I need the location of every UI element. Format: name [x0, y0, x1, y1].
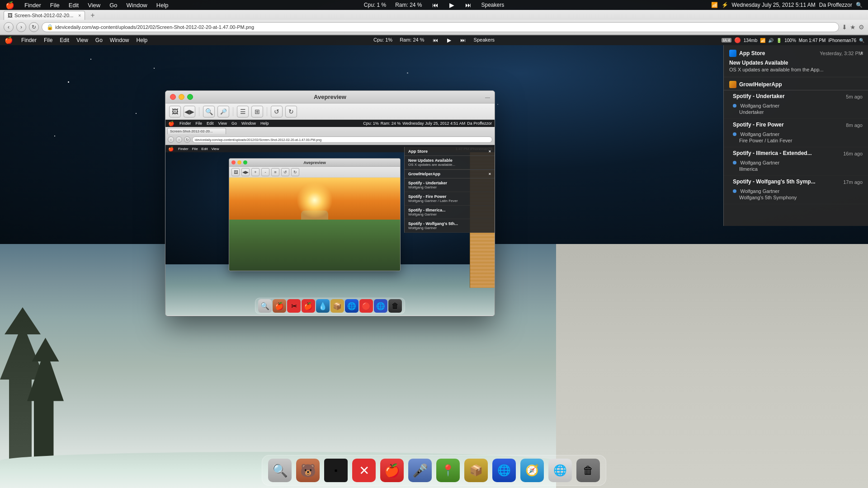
menu-window[interactable]: Window [122, 2, 152, 9]
dock: 🔍 🐻 ▪ ✕ 🍎 🎤 [262, 455, 606, 486]
window-collapse-button[interactable]: — [485, 94, 490, 100]
inner2-min-button [237, 160, 241, 164]
inner2-back-button: ‹ [168, 136, 174, 143]
bookmark-icon[interactable]: ★ [850, 23, 856, 31]
window-minimize-button[interactable] [179, 94, 184, 100]
menu-go[interactable]: Go [105, 2, 122, 9]
dock-chrome-icon[interactable]: 🌐 [547, 457, 573, 483]
inner2-av-btn-4: - [261, 168, 269, 176]
reload-button[interactable]: ↻ [29, 22, 39, 32]
inner2-menu-window: Window [239, 121, 258, 126]
back-button[interactable]: ‹ [4, 22, 14, 32]
active-tab[interactable]: 🖼 Screen-Shot-2012-02-20... × [4, 11, 85, 20]
menu-help[interactable]: Help [152, 2, 173, 9]
growl-close-button[interactable]: × [860, 50, 863, 56]
av-image-button[interactable]: 🖼 [169, 106, 181, 117]
settings-icon[interactable]: ⚙ [859, 23, 864, 31]
growl-firepower-time: 8m ago [846, 122, 863, 128]
inner-menu-finder[interactable]: Finder [18, 37, 40, 43]
av-zoom-out-button[interactable]: 🔎 [217, 106, 229, 117]
dock-trash-icon[interactable]: 🗑 [575, 457, 601, 483]
menu-view[interactable]: View [83, 2, 105, 9]
inner-search-icon[interactable]: 🔍 [859, 38, 864, 43]
inner-menu-window[interactable]: Window [106, 37, 133, 43]
inner2-notif-title-2: Spotify - Fire Power [408, 194, 491, 199]
datetime-display: Wednesday July 25, 2012 5:11 AM [732, 2, 816, 8]
inner-menu-file[interactable]: File [40, 37, 56, 43]
username-display: Da Proffezzor [819, 2, 852, 8]
inner2-window-controls [231, 160, 247, 164]
inner2-notif-sub-4: Wolfgang Gartner [408, 226, 491, 230]
growl-item-firepower-header: Spotify - Fire Power 8m ago [733, 122, 863, 129]
window-close-button[interactable] [170, 94, 176, 100]
inner-play-button[interactable]: ▶ [446, 37, 452, 43]
inner2-growl-header: GrowlHelperApp × [405, 169, 495, 178]
inner-rewind-button[interactable]: ⏮ [432, 37, 439, 43]
downloads-icon[interactable]: ⬇ [842, 23, 847, 31]
bg-lower-right [556, 244, 868, 488]
dock-apple-icon[interactable]: 🍎 [379, 457, 405, 483]
dock-safari-icon[interactable]: 🧭 [519, 457, 545, 483]
rewind-button[interactable]: ⏮ [431, 1, 439, 9]
inner2-notif-item-0: New Updates Available OS X updates are a… [405, 156, 495, 169]
star [68, 81, 69, 83]
menu-edit[interactable]: Edit [64, 2, 83, 9]
desktop: 🍎 Finder File Edit View Go Window Help C… [0, 0, 868, 488]
search-icon[interactable]: 🔍 [856, 2, 863, 8]
inner-menu-go[interactable]: Go [92, 37, 106, 43]
ie-emoji: 🌐 [497, 464, 511, 477]
inner-apple-menu[interactable]: 🍎 [0, 36, 18, 44]
fast-forward-button[interactable]: ⏭ [464, 1, 472, 9]
url-text: idevicedaily.com/wp-content/uploads/2012… [55, 24, 254, 30]
appstore-app-name: App Store [729, 50, 765, 57]
growl-item-illmerica-header: Spotify - Illmerica - Extended... 16m ag… [733, 150, 863, 157]
dock-mic-icon[interactable]: 🎤 [407, 457, 433, 483]
tab-close-button[interactable]: × [78, 13, 81, 18]
growl-item-illmerica: Spotify - Illmerica - Extended... 16m ag… [724, 147, 868, 176]
inner-menu-view[interactable]: View [73, 37, 92, 43]
dock-cross-icon[interactable]: ✕ [351, 457, 377, 483]
dock-box-icon[interactable]: 📦 [463, 457, 489, 483]
browser-toolbar: ‹ › ↻ 🔒 idevicedaily.com/wp-content/uplo… [0, 20, 868, 35]
av-rotate-right-button[interactable]: ↻ [285, 106, 297, 117]
growl-5th-dot [733, 189, 736, 193]
inner-screenshot: 🍎 Finder File Edit View Go Window Help C… [165, 120, 495, 315]
inner-fast-forward-button[interactable]: ⏭ [459, 37, 467, 43]
dock-finder-icon[interactable]: 🔍 [267, 457, 293, 483]
av-zoom-in-button[interactable]: 🔍 [203, 106, 215, 117]
inner2-menu-items: Finder File Edit View Go Window Help [177, 121, 271, 126]
new-tab-button[interactable]: + [86, 11, 99, 20]
inner-menu-help[interactable]: Help [133, 37, 151, 43]
inner2-dock: 🔍 🍎 ✂ 🍎 💧 📦 🌐 🔴 🌐 🗑 [255, 298, 405, 314]
av-separator-1 [199, 107, 199, 116]
dock-user-icon[interactable]: 🐻 [295, 457, 321, 483]
trash-emoji: 🗑 [583, 464, 594, 477]
inner2-notif-item-3: Spotify - Illmerica... Wolfgang Gartner [405, 206, 495, 219]
wifi-icon: 📶 [711, 2, 718, 8]
window-maximize-button[interactable] [187, 94, 193, 100]
av-grid-view-button[interactable]: ⊞ [251, 106, 263, 117]
av-rotate-left-button[interactable]: ↺ [271, 106, 283, 117]
av-nav-button[interactable]: ◀▶ [184, 106, 195, 117]
dock-maps-icon[interactable]: 📍 [435, 457, 461, 483]
inner2-notification-panel: App Store × New Updates Available OS X u… [404, 147, 495, 233]
play-button[interactable]: ▶ [448, 1, 455, 9]
inner-menu-edit[interactable]: Edit [56, 37, 73, 43]
dock-ie-icon[interactable]: 🌐 [491, 457, 517, 483]
inner-menu-items: Finder File Edit View Go Window Help [18, 37, 151, 43]
inner2-dock-icon-9: 🌐 [374, 299, 387, 313]
menu-file[interactable]: File [46, 2, 64, 9]
chrome-emoji: 🌐 [553, 464, 567, 477]
forward-button[interactable]: › [16, 22, 26, 32]
dock-media-icon[interactable]: ▪ [323, 457, 349, 483]
inner2-av-btn-5: ≡ [271, 168, 279, 176]
inner2-av-btn-6: ↺ [281, 168, 289, 176]
apple-emoji: 🍎 [384, 463, 400, 478]
address-bar[interactable]: 🔒 idevicedaily.com/wp-content/uploads/20… [42, 22, 839, 32]
apple-menu[interactable]: 🍎 [0, 1, 20, 9]
av-list-view-button[interactable]: ☰ [237, 106, 249, 117]
battery-icon: ⚡ [722, 2, 728, 8]
menu-finder[interactable]: Finder [20, 2, 46, 9]
maps-emoji: 📍 [441, 464, 455, 477]
star [54, 136, 55, 136]
